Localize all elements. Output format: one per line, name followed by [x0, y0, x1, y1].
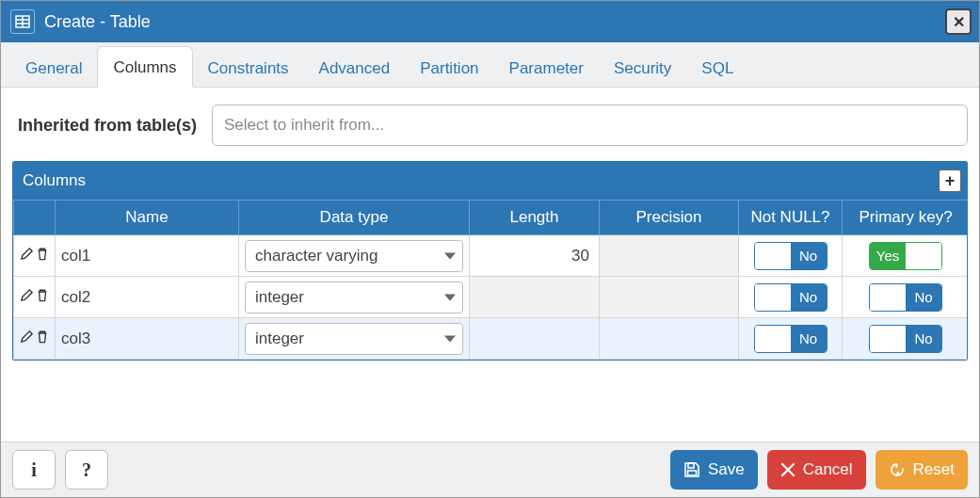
th-data-type: Data type: [239, 201, 470, 235]
save-icon: [683, 461, 700, 478]
columns-tbody: col1character varying30col2integercol3in…: [14, 235, 969, 360]
length-cell[interactable]: 30: [470, 235, 600, 277]
th-primary-key: Primary key?: [843, 201, 969, 235]
precision-cell[interactable]: [600, 318, 739, 360]
data-type-cell: character varying: [239, 235, 470, 277]
precision-cell[interactable]: [600, 277, 739, 318]
edit-icon[interactable]: [20, 329, 34, 344]
info-button[interactable]: i: [12, 450, 56, 490]
tab-partition[interactable]: Partition: [405, 48, 493, 88]
primary-key-toggle[interactable]: [869, 242, 942, 270]
th-not-null: Not NULL?: [739, 201, 843, 235]
not-null-toggle[interactable]: [754, 283, 827, 312]
delete-icon[interactable]: [36, 247, 49, 261]
tab-general[interactable]: General: [10, 48, 97, 88]
primary-key-cell: [843, 235, 969, 277]
table-row[interactable]: col1character varying30: [14, 235, 969, 277]
edit-icon[interactable]: [20, 247, 34, 261]
tab-columns[interactable]: Columns: [97, 46, 192, 88]
svg-rect-4: [688, 463, 694, 468]
tab-sql[interactable]: SQL: [686, 48, 748, 88]
reset-button[interactable]: Reset: [876, 450, 968, 490]
close-button[interactable]: ✕: [945, 8, 972, 35]
cancel-icon: [780, 462, 795, 477]
th-precision: Precision: [600, 201, 739, 235]
inherit-input[interactable]: [212, 104, 968, 146]
columns-table: Name Data type Length Precision Not NULL…: [13, 200, 968, 360]
tab-security[interactable]: Security: [599, 48, 686, 88]
length-cell[interactable]: [470, 318, 600, 360]
create-table-dialog: Create - Table ✕ GeneralColumnsConstrain…: [0, 0, 980, 498]
length-cell[interactable]: [470, 277, 600, 318]
not-null-cell: [739, 318, 843, 360]
delete-icon[interactable]: [36, 329, 49, 344]
tab-advanced[interactable]: Advanced: [304, 48, 406, 88]
dialog-title: Create - Table: [44, 12, 936, 32]
table-row[interactable]: col2integer: [14, 277, 969, 318]
th-name: Name: [56, 201, 239, 235]
columns-box: Columns + Name Data type: [12, 161, 968, 361]
edit-icon[interactable]: [20, 288, 34, 302]
tabs-bar: GeneralColumnsConstraintsAdvancedPartiti…: [1, 42, 979, 88]
primary-key-toggle[interactable]: [869, 283, 942, 312]
not-null-toggle[interactable]: [754, 325, 827, 353]
save-button[interactable]: Save: [670, 450, 758, 490]
reset-label: Reset: [913, 460, 955, 479]
data-type-select[interactable]: integer: [245, 323, 463, 355]
footer: i ? Save Cancel Reset: [1, 442, 979, 497]
primary-key-toggle[interactable]: [869, 325, 942, 353]
tab-constraints[interactable]: Constraints: [193, 48, 304, 88]
data-type-cell: integer: [239, 277, 470, 318]
titlebar: Create - Table ✕: [1, 1, 979, 42]
not-null-cell: [739, 277, 843, 318]
content-area: Inherited from table(s) Columns +: [1, 88, 979, 442]
delete-icon[interactable]: [36, 288, 49, 302]
th-actions: [14, 201, 56, 235]
save-label: Save: [708, 460, 745, 479]
reset-icon: [889, 461, 906, 478]
cancel-label: Cancel: [803, 460, 853, 479]
precision-cell[interactable]: [600, 235, 739, 277]
th-length: Length: [470, 201, 600, 235]
help-button[interactable]: ?: [65, 450, 108, 490]
column-name-cell[interactable]: col1: [56, 235, 239, 277]
inherit-row: Inherited from table(s): [12, 104, 968, 146]
data-type-select[interactable]: character varying: [245, 240, 463, 272]
data-type-select[interactable]: integer: [245, 281, 463, 313]
tab-parameter[interactable]: Parameter: [494, 48, 599, 88]
columns-section-header: Columns +: [13, 162, 967, 200]
table-row[interactable]: col3integer: [14, 318, 969, 360]
svg-rect-5: [687, 471, 696, 475]
cancel-button[interactable]: Cancel: [767, 450, 866, 490]
not-null-cell: [739, 235, 843, 277]
column-name-cell[interactable]: col3: [56, 318, 239, 360]
column-name-cell[interactable]: col2: [56, 277, 239, 318]
primary-key-cell: [843, 277, 969, 318]
inherit-label: Inherited from table(s): [12, 116, 197, 136]
primary-key-cell: [843, 318, 969, 360]
data-type-cell: integer: [239, 318, 470, 360]
add-column-button[interactable]: +: [939, 169, 961, 192]
not-null-toggle[interactable]: [754, 242, 827, 270]
columns-title-text: Columns: [23, 171, 86, 190]
table-icon: [10, 9, 35, 34]
